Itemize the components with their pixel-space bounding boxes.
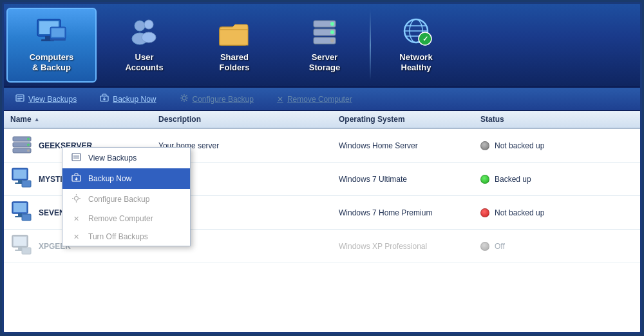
users-icon [128, 18, 160, 46]
status-dot-gray [480, 141, 489, 150]
row-os-geekserver: Windows Home Server [332, 141, 474, 150]
svg-point-36 [27, 137, 30, 140]
context-menu-item-remove-computer[interactable]: ✕ Remove Computer [62, 210, 190, 228]
row-os-mysticgeek: Windows 7 Ultimate [332, 175, 474, 184]
nav-storage-label: Server Storage [309, 52, 340, 72]
context-remove-icon: ✕ [70, 215, 82, 223]
context-view-backups-icon [70, 152, 82, 164]
row-status-geekserver: Not backed up [474, 141, 640, 150]
svg-rect-56 [14, 237, 26, 246]
row-os-sevengeek: Windows 7 Home Premium [332, 208, 474, 217]
configure-backup-button[interactable]: Configure Backup [175, 91, 259, 107]
network-icon: ✓ [399, 18, 433, 46]
table-header: Name ▲ Description Operating System Stat… [4, 111, 640, 129]
svg-rect-51 [14, 203, 26, 212]
sort-arrow-icon: ▲ [34, 116, 40, 123]
view-backups-label: View Backups [28, 95, 77, 104]
nav-computers-label: Computers & Backup [30, 52, 74, 72]
svg-rect-12 [220, 30, 248, 45]
backup-now-icon [100, 94, 109, 104]
server-computer-icon [10, 134, 33, 157]
computers-icon [35, 18, 68, 46]
col-header-name: Name ▲ [4, 115, 152, 124]
table-row[interactable]: GEEKSERVER Your home server Windows Home… [4, 129, 640, 163]
nav-item-storage[interactable]: Server Storage [279, 4, 370, 86]
svg-point-37 [27, 143, 30, 146]
row-os-xpgeek: Windows XP Professional [332, 242, 474, 251]
context-menu-item-turn-off-backups[interactable]: ✕ Turn Off Backups [62, 228, 190, 246]
status-dot-gray-2 [480, 242, 489, 251]
svg-point-32 [182, 96, 186, 100]
svg-point-16 [330, 30, 334, 34]
row-status-xpgeek: Off [474, 242, 640, 251]
remove-computer-icon: ✕ [277, 95, 283, 104]
svg-rect-49 [22, 181, 31, 187]
header: Computers & Backup User Accounts [4, 4, 640, 88]
svg-rect-6 [50, 39, 66, 41]
svg-rect-47 [18, 180, 22, 183]
svg-point-10 [142, 32, 156, 43]
status-dot-red [480, 208, 489, 217]
context-configure-icon [70, 193, 82, 205]
svg-point-14 [330, 22, 334, 26]
nav-item-users[interactable]: User Accounts [99, 4, 189, 86]
nav-network-label: Network Healthy [399, 52, 432, 72]
configure-backup-icon [180, 94, 189, 104]
svg-point-44 [74, 197, 78, 201]
svg-point-18 [330, 39, 334, 43]
col-header-os: Operating System [332, 115, 474, 124]
status-dot-green [480, 175, 489, 184]
svg-rect-57 [18, 247, 22, 250]
remove-computer-label: Remove Computer [287, 95, 352, 104]
svg-text:✓: ✓ [422, 35, 428, 43]
nav-item-computers[interactable]: Computers & Backup [6, 8, 97, 83]
nav-item-network[interactable]: ✓ Network Healthy [371, 4, 461, 86]
configure-backup-label: Configure Backup [193, 95, 254, 104]
col-header-status: Status [474, 115, 640, 124]
backup-now-label: Backup Now [113, 95, 156, 104]
svg-point-7 [135, 21, 145, 31]
context-menu-item-configure-backup[interactable]: Configure Backup [62, 189, 190, 210]
view-backups-icon [15, 94, 24, 104]
col-header-description: Description [152, 115, 332, 124]
pc-computer-icon [10, 166, 33, 192]
context-backup-now-icon [70, 173, 82, 184]
context-turnoff-icon: ✕ [70, 233, 82, 241]
nav-item-folders[interactable]: Shared Folders [189, 4, 279, 86]
svg-rect-46 [14, 170, 26, 179]
svg-rect-59 [22, 248, 31, 254]
main-content: Name ▲ Description Operating System Stat… [4, 111, 640, 334]
backup-now-button[interactable]: Backup Now [95, 91, 161, 107]
svg-rect-54 [22, 214, 31, 221]
svg-point-38 [27, 149, 30, 152]
toolbar: View Backups Backup Now Configure Backup… [4, 88, 640, 111]
svg-rect-39 [72, 153, 80, 161]
svg-point-9 [144, 20, 153, 29]
context-menu-item-backup-now[interactable]: Backup Now [62, 168, 190, 189]
context-menu: View Backups Backup Now Configure Backup… [62, 147, 191, 246]
svg-rect-2 [45, 36, 50, 39]
nav-folders-label: Shared Folders [220, 52, 250, 72]
remove-computer-button[interactable]: ✕ Remove Computer [272, 92, 357, 106]
storage-icon [308, 18, 341, 46]
view-backups-button[interactable]: View Backups [10, 91, 82, 107]
folders-icon [218, 18, 251, 46]
nav-users-label: User Accounts [125, 52, 163, 72]
pc-computer-icon-3 [10, 233, 33, 259]
pc-computer-icon-2 [10, 200, 33, 225]
row-status-mysticgeek: Backed up [474, 175, 640, 184]
context-menu-item-view-backups[interactable]: View Backups [62, 148, 190, 168]
row-status-sevengeek: Not backed up [474, 208, 640, 217]
svg-rect-5 [52, 28, 64, 37]
svg-rect-52 [18, 213, 22, 216]
